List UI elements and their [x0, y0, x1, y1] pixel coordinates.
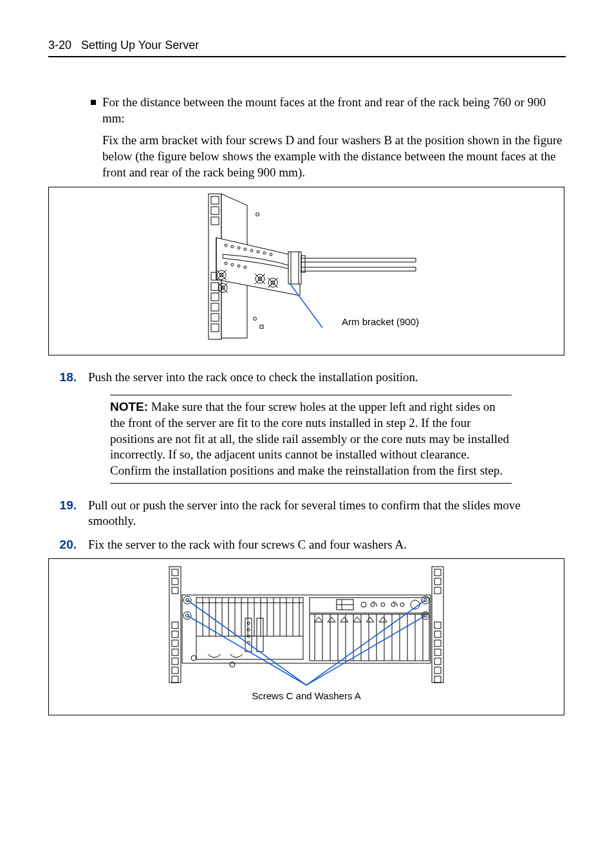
svg-point-41 — [256, 213, 259, 216]
note-text: Make sure that the four screw holes at t… — [110, 400, 509, 477]
page: 3-20 Setting Up Your Server For the dist… — [0, 0, 614, 868]
step-number: 18. — [48, 370, 77, 386]
page-number: 3-20 — [48, 39, 71, 52]
svg-rect-43 — [260, 325, 263, 328]
svg-point-42 — [254, 317, 257, 321]
figure-2-caption: Screws C and Washers A — [252, 690, 361, 701]
bullet-text: For the distance between the mount faces… — [102, 95, 566, 126]
svg-rect-46 — [169, 567, 181, 683]
bullet-item: For the distance between the mount faces… — [91, 95, 566, 126]
page-header: 3-20 Setting Up Your Server — [48, 39, 566, 57]
svg-line-45 — [290, 284, 322, 328]
svg-rect-57 — [432, 567, 443, 683]
section-title: Setting Up Your Server — [81, 39, 199, 52]
note-label: NOTE: — [110, 400, 148, 413]
figure-2: Screws C and Washers A — [48, 558, 564, 715]
figure-1-caption: Arm bracket (900) — [342, 316, 419, 327]
bullet-square-icon — [91, 100, 96, 105]
server-front-diagram — [168, 564, 445, 686]
note-box: NOTE: Make sure that the four screw hole… — [110, 395, 512, 483]
svg-rect-77 — [196, 598, 303, 659]
step-18: 18. Push the server into the rack once t… — [48, 370, 566, 386]
step-20: 20. Fix the server to the rack with four… — [48, 537, 566, 553]
step-text: Fix the server to the rack with four scr… — [88, 537, 566, 553]
step-number: 20. — [48, 537, 77, 553]
step-19: 19. Pull out or push the server into the… — [48, 498, 566, 529]
figure-1: Arm bracket (900) — [48, 187, 564, 355]
step-number: 19. — [48, 498, 77, 514]
step-text: Pull out or push the server into the rac… — [88, 498, 566, 529]
svg-rect-22 — [288, 252, 301, 284]
sub-paragraph: Fix the arm bracket with four screws D a… — [102, 133, 566, 180]
step-text: Push the server into the rack once to ch… — [88, 370, 566, 386]
